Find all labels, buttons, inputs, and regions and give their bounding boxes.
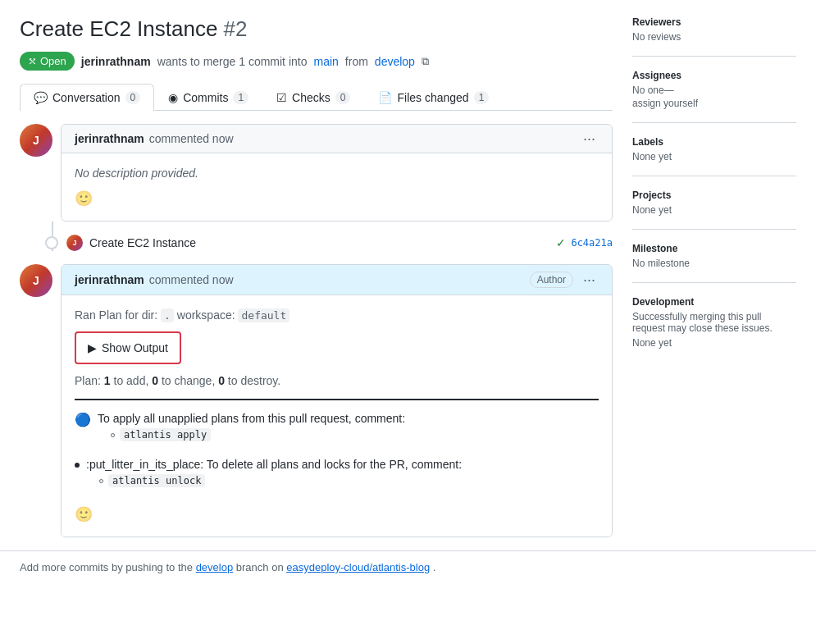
sidebar-development: Development Successfully merging this pu…: [632, 296, 796, 362]
right-sidebar: Reviewers No reviews Assignees No one— a…: [632, 16, 796, 550]
reviewers-value: No reviews: [632, 31, 796, 43]
conversation-icon: 💬: [34, 91, 48, 104]
tab-conversation-label: Conversation: [52, 91, 121, 104]
files-changed-icon: 📄: [378, 91, 392, 104]
footer-branch-link[interactable]: develop: [196, 561, 234, 573]
plan-info: Ran Plan for dir: . workspace: default: [75, 308, 599, 322]
emoji-button-2[interactable]: 🙂: [75, 505, 599, 523]
tab-commits-label: Commits: [183, 91, 228, 104]
tab-checks-count: 0: [335, 91, 351, 104]
commits-icon: ◉: [168, 91, 178, 104]
plan-add: 1: [104, 374, 111, 387]
pr-meta-text: wants to merge 1 commit into: [157, 55, 308, 68]
tab-files-changed-count: 1: [474, 91, 490, 104]
sidebar-labels: Labels None yet: [632, 136, 796, 176]
comment-no-description: No description provided.: [75, 167, 599, 180]
projects-label: Projects: [632, 190, 796, 201]
pr-status-badge: ⤲ Open: [20, 52, 75, 71]
tab-files-changed[interactable]: 📄 Files changed 1: [364, 84, 503, 111]
plan-workspace: default: [238, 308, 289, 322]
apply-sub-list: atlantis apply: [111, 428, 405, 441]
commit-check-icon: ✓: [556, 236, 566, 249]
apply-command-item: atlantis apply: [111, 428, 405, 441]
apply-bullet: 🔵 To apply all unapplied plans from this…: [75, 412, 599, 450]
pr-title: Create EC2 Instance #2: [20, 16, 613, 42]
pr-author[interactable]: jerinrathnam: [81, 55, 151, 68]
pr-base-branch[interactable]: main: [313, 55, 338, 68]
comment-card-1: jerinrathnam commented now ··· No descri…: [61, 124, 613, 222]
tab-checks-label: Checks: [292, 91, 331, 104]
plan-destroy: 0: [218, 374, 225, 387]
assignees-hint: assign yourself: [632, 98, 796, 109]
commit-message: Create EC2 Instance: [89, 236, 196, 249]
comment-divider: [75, 399, 599, 400]
milestone-value: No milestone: [632, 258, 796, 269]
triangle-right-icon: ▶: [88, 341, 97, 354]
more-options-2[interactable]: ···: [580, 272, 599, 287]
comment-author-1[interactable]: jerinrathnam: [75, 132, 144, 145]
copy-branch-icon[interactable]: ⧉: [422, 55, 429, 68]
labels-value: None yet: [632, 151, 796, 162]
commit-author-avatar: J: [66, 235, 83, 251]
footer-bar: Add more commits by pushing to the devel…: [0, 550, 816, 583]
projects-value: None yet: [632, 204, 796, 216]
footer-repo-link[interactable]: easydeploy-cloud/atlantis-blog: [286, 561, 430, 573]
timeline: J jerinrathnam commented now ···: [20, 124, 613, 550]
pr-status-icon: ⤲: [28, 55, 37, 67]
pr-number: #2: [224, 16, 248, 41]
commit-hash-area: ✓ 6c4a21a: [556, 236, 613, 249]
author-badge: Author: [530, 272, 573, 288]
tab-commits-count: 1: [233, 91, 248, 104]
footer-text-3: .: [433, 561, 436, 573]
pr-status-text: Open: [40, 55, 66, 67]
sub-bullet-unlock: [99, 479, 103, 483]
more-options-1[interactable]: ···: [580, 131, 599, 146]
unlock-text: :put_litter_in_its_place: To delete all …: [86, 458, 462, 471]
plan-change: 0: [152, 374, 158, 387]
emoji-button-1[interactable]: 🙂: [75, 190, 599, 208]
sidebar-assignees: Assignees No one— assign yourself: [632, 70, 796, 123]
plan-dir: .: [161, 308, 174, 322]
unlock-bullet: :put_litter_in_its_place: To delete all …: [75, 458, 599, 496]
development-none: None yet: [632, 337, 796, 349]
pr-title-text: Create EC2 Instance: [20, 16, 217, 41]
reviewers-label: Reviewers: [632, 16, 796, 28]
plan-summary: Plan: 1 to add, 0 to change, 0 to destro…: [75, 374, 599, 387]
comment-1: J jerinrathnam commented now ···: [20, 124, 613, 222]
footer-text-1: Add more commits by pushing to the: [20, 561, 193, 573]
pr-tabs: 💬 Conversation 0 ◉ Commits 1 ☑ Checks 0 …: [20, 84, 613, 111]
tab-conversation[interactable]: 💬 Conversation 0: [20, 84, 154, 111]
comment-body-1: No description provided. 🙂: [62, 153, 612, 221]
bullet-dot-unlock: [75, 463, 80, 468]
show-output-label: Show Output: [102, 341, 168, 354]
commit-timeline-item: J Create EC2 Instance ✓ 6c4a21a: [36, 235, 613, 251]
avatar-1: J: [20, 124, 52, 157]
sidebar-milestone: Milestone No milestone: [632, 243, 796, 283]
comment-card-2: jerinrathnam commented now Author ··· Ra…: [61, 264, 613, 537]
assignees-value: No one—: [632, 84, 796, 96]
show-output-button[interactable]: ▶ Show Output: [75, 331, 181, 364]
footer-text-2: branch on: [236, 561, 286, 573]
comment-time-1: commented now: [149, 132, 234, 145]
apply-command: atlantis apply: [120, 428, 211, 441]
commit-hash[interactable]: 6c4a21a: [571, 237, 613, 249]
apply-icon: 🔵: [75, 412, 91, 427]
pr-head-branch[interactable]: develop: [375, 55, 415, 68]
comment-time-2: commented now: [149, 273, 234, 286]
sub-bullet-apply: [111, 433, 115, 437]
development-label: Development: [632, 296, 796, 308]
sidebar-projects: Projects None yet: [632, 190, 796, 230]
comment-body-2: Ran Plan for dir: . workspace: default ▶…: [62, 295, 612, 537]
milestone-label: Milestone: [632, 243, 796, 254]
labels-label: Labels: [632, 136, 796, 148]
avatar-2: J: [20, 264, 52, 297]
unlock-command: atlantis unlock: [108, 474, 205, 487]
apply-text: To apply all unapplied plans from this p…: [98, 412, 405, 425]
tab-commits[interactable]: ◉ Commits 1: [154, 84, 262, 111]
comment-author-2[interactable]: jerinrathnam: [75, 273, 144, 286]
tab-conversation-count: 0: [125, 91, 141, 104]
tab-checks[interactable]: ☑ Checks 0: [262, 84, 364, 111]
checks-icon: ☑: [276, 91, 287, 104]
sidebar-reviewers: Reviewers No reviews: [632, 16, 796, 57]
comment-header-2: jerinrathnam commented now Author ···: [62, 265, 612, 295]
